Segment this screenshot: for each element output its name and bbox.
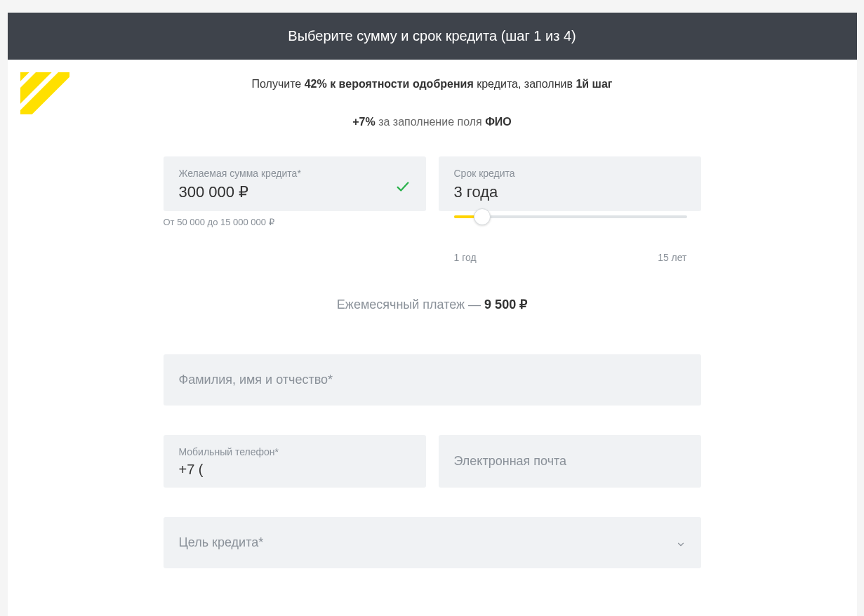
hint-plus: + (352, 116, 359, 128)
slider-thumb[interactable] (474, 208, 491, 225)
slider-labels: 1 год 15 лет (439, 252, 701, 263)
amount-field[interactable]: Желаемая сумма кредита* 300 000 ₽ (164, 156, 426, 211)
fio-input[interactable]: Фамилия, имя и отчество* (164, 354, 701, 406)
slider-min-label: 1 год (454, 252, 477, 263)
phone-input[interactable]: Мобильный телефон* +7 ( (164, 435, 426, 488)
term-slider[interactable] (439, 208, 701, 236)
step-title: Выберите сумму и срок кредита (шаг 1 из … (288, 28, 576, 43)
phone-label: Мобильный телефон* (179, 446, 411, 457)
amount-range: От 50 000 до 15 000 000 ₽ (164, 217, 426, 227)
amount-label: Желаемая сумма кредита* (179, 168, 412, 179)
amount-value: 300 000 ₽ (179, 183, 412, 201)
purpose-select[interactable]: Цель кредита* (164, 517, 701, 568)
email-placeholder: Электронная почта (454, 454, 567, 469)
hint-percent: 7% (359, 116, 375, 128)
purpose-placeholder: Цель кредита* (179, 535, 264, 550)
check-icon (395, 179, 411, 194)
term-label: Срок кредита (454, 168, 687, 179)
field-hint: +7% за заполнение поля ФИО (8, 105, 857, 156)
promo-percent: 42% к вероятности одобрения (305, 78, 474, 90)
monthly-dash: — (465, 297, 484, 312)
slider-max-label: 15 лет (658, 252, 686, 263)
term-field[interactable]: Срок кредита 3 года (439, 156, 701, 211)
promo-text: Получите 42% к вероятности одобрения кре… (8, 60, 857, 105)
phone-value: +7 ( (179, 462, 411, 478)
hint-text: за заполнение поля (375, 116, 485, 128)
brand-stripes (20, 72, 69, 114)
step-header: Выберите сумму и срок кредита (шаг 1 из … (8, 13, 857, 60)
hint-field: ФИО (485, 116, 512, 128)
promo-mid: кредита, заполнив (474, 78, 576, 90)
promo-step: 1й шаг (576, 78, 612, 90)
email-input[interactable]: Электронная почта (439, 435, 701, 488)
fio-placeholder: Фамилия, имя и отчество* (179, 373, 333, 387)
chevron-down-icon (676, 538, 686, 548)
promo-prefix: Получите (252, 78, 305, 90)
monthly-label: Ежемесячный платеж (337, 297, 465, 312)
monthly-value: 9 500 ₽ (484, 297, 527, 312)
term-value: 3 года (454, 183, 687, 201)
monthly-payment: Ежемесячный платеж — 9 500 ₽ (8, 297, 857, 312)
